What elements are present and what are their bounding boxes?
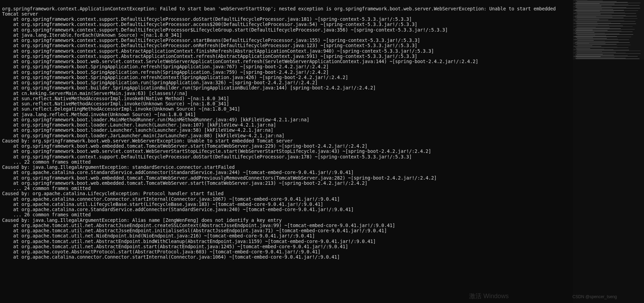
minimap-line — [577, 17, 612, 17]
minimap-line — [577, 49, 604, 49]
minimap-line — [574, 26, 633, 27]
minimap-line — [577, 19, 599, 19]
minimap-line — [575, 16, 637, 16]
windows-activation-watermark: 激活 Windows — [469, 294, 509, 299]
minimap-line — [574, 56, 638, 57]
minimap-line — [575, 28, 621, 29]
minimap-line — [576, 55, 628, 56]
csdn-watermark: CSDN @spencer_tseng — [573, 294, 617, 300]
minimap-line — [576, 36, 606, 36]
minimap-line — [576, 6, 601, 6]
minimap-line — [577, 31, 621, 31]
minimap-line — [575, 21, 635, 21]
minimap-line — [577, 12, 614, 12]
minimap-line — [575, 12, 625, 13]
minimap-line — [577, 24, 598, 25]
minimap-line — [577, 9, 602, 9]
minimap-line — [577, 26, 623, 26]
minimap-line — [574, 30, 593, 30]
minimap-line — [574, 0, 587, 0]
minimap-line — [574, 33, 605, 33]
minimap-line — [577, 5, 628, 5]
minimap-line — [576, 22, 597, 22]
minimap-line — [575, 47, 628, 48]
minimap-line — [576, 25, 609, 25]
minimap-line — [577, 15, 626, 16]
minimap-line — [577, 57, 615, 58]
minimap-line — [576, 32, 594, 33]
minimap-line — [574, 50, 613, 50]
minimap-line — [574, 43, 589, 43]
minimap-line — [576, 51, 602, 52]
minimap-line — [574, 53, 626, 53]
minimap-line — [575, 18, 624, 18]
minimap-line — [576, 18, 637, 19]
minimap-line — [574, 46, 601, 46]
minimap-line — [576, 15, 612, 15]
minimap-line — [577, 43, 605, 44]
minimap-line — [575, 10, 638, 11]
minimap-line — [574, 10, 624, 10]
minimap-line — [577, 35, 595, 35]
minimap-line — [575, 55, 614, 55]
minimap-line — [575, 44, 617, 44]
minimap-line — [576, 1, 603, 1]
scrollbar-track[interactable] — [573, 0, 644, 303]
minimap-line — [575, 39, 618, 39]
minimap-line — [575, 34, 619, 34]
minimap-line — [576, 8, 640, 8]
minimap-line — [576, 9, 613, 10]
minimap-line — [577, 28, 610, 28]
minimap-line — [577, 47, 617, 47]
minimap-line — [574, 13, 636, 14]
minimap-line — [577, 20, 624, 21]
minimap-line — [577, 40, 594, 41]
minimap-line — [574, 23, 620, 24]
minimap-line — [576, 3, 641, 3]
minimap-line — [574, 3, 600, 4]
minimap-line — [575, 2, 628, 2]
minimap-line — [576, 24, 636, 24]
minimap-line — [576, 11, 600, 11]
minimap-line — [577, 38, 607, 38]
minimap-line — [574, 40, 629, 40]
minimap-line — [577, 52, 616, 52]
minimap-line — [577, 14, 601, 14]
minimap-line — [576, 29, 635, 29]
minimap-line — [574, 7, 612, 7]
minimap-line — [576, 59, 639, 59]
minimap-line — [574, 36, 617, 37]
minimap-line — [576, 53, 641, 54]
minimap-line — [577, 54, 603, 54]
minimap-line — [574, 17, 596, 17]
minimap[interactable] — [573, 0, 644, 60]
minimap-line — [577, 42, 619, 42]
minimap-line — [575, 7, 626, 8]
minimap-line — [577, 45, 592, 46]
minimap-line — [575, 5, 639, 6]
minimap-line — [576, 37, 593, 38]
minimap-line — [576, 48, 590, 49]
minimap-line — [575, 58, 626, 58]
minimap-line — [576, 45, 630, 45]
minimap-line — [576, 57, 601, 57]
console-output: org.springframework.context.ApplicationC… — [2, 6, 556, 260]
minimap-line — [576, 27, 596, 27]
minimap-line — [576, 41, 605, 41]
minimap-line — [576, 4, 615, 4]
minimap-line — [577, 51, 641, 51]
minimap-line — [575, 32, 633, 32]
windows-activation-title: 激活 Windows — [469, 293, 509, 300]
minimap-line — [577, 1, 617, 2]
minimap-line — [576, 30, 608, 31]
minimap-line — [575, 42, 630, 43]
minimap-line — [574, 20, 608, 20]
minimap-line — [575, 37, 631, 37]
minimap-line — [577, 23, 611, 23]
minimap-line — [576, 34, 633, 35]
minimap-line — [576, 50, 629, 50]
